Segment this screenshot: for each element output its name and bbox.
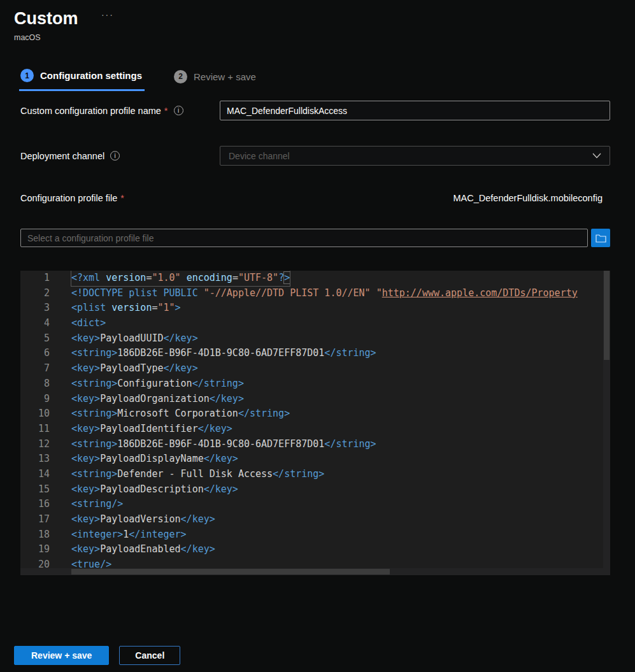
line-number: 18 — [20, 527, 50, 543]
line-code: <?xml version="1.0" encoding="UTF-8"?> — [71, 271, 290, 286]
line-code: <key>PayloadOrganization</key> — [71, 392, 244, 407]
editor-line[interactable]: 3<plist version="1"> — [20, 301, 610, 316]
line-code: <string>Microsoft Corporation</string> — [71, 406, 290, 422]
line-number: 19 — [20, 542, 50, 557]
line-number: 14 — [20, 467, 50, 482]
line-code: <string>Defender - Full Disk Access</str… — [71, 467, 324, 482]
deployment-channel-dropdown[interactable]: Device channel — [220, 146, 610, 166]
editor-line[interactable]: 4<dict> — [20, 316, 610, 331]
tab-review-save[interactable]: 2 Review + save — [173, 69, 259, 91]
tab-configuration-settings[interactable]: 1 Configuration settings — [19, 69, 145, 91]
platform-subtitle: macOS — [14, 33, 635, 42]
folder-icon — [596, 234, 606, 243]
required-asterisk: * — [120, 193, 124, 203]
line-code: <string>186DB26E-B96F-4D1B-9C80-6AD7EFF8… — [71, 346, 376, 361]
line-number: 16 — [20, 497, 50, 512]
line-number: 6 — [20, 346, 50, 361]
step-number-badge: 1 — [20, 69, 34, 82]
line-number: 10 — [20, 406, 50, 422]
step-label: Review + save — [194, 71, 256, 82]
label-text: Deployment channel — [20, 151, 104, 161]
review-save-button[interactable]: Review + save — [14, 646, 109, 665]
cancel-button[interactable]: Cancel — [119, 646, 180, 665]
editor-line[interactable]: 11<key>PayloadIdentifier</key> — [20, 422, 610, 437]
line-code: <dict> — [71, 316, 106, 331]
line-number: 1 — [20, 271, 50, 286]
line-number: 7 — [20, 361, 50, 376]
uploaded-filename: MAC_DefenderFulldisk.mobileconfig — [453, 193, 603, 203]
line-number: 5 — [20, 331, 50, 347]
profile-name-label: Custom configuration profile name * i — [20, 106, 220, 116]
vertical-scrollbar-thumb[interactable] — [604, 271, 610, 360]
line-code: <!DOCTYPE plist PUBLIC "-//Apple//DTD PL… — [71, 286, 578, 301]
editor-vertical-scrollbar[interactable] — [603, 271, 610, 575]
wizard-steps: 1 Configuration settings 2 Review + save — [19, 69, 635, 91]
line-number: 2 — [20, 286, 50, 301]
line-code: <integer>1</integer> — [71, 527, 187, 543]
editor-line[interactable]: 7<key>PayloadType</key> — [20, 361, 610, 376]
info-icon[interactable]: i — [174, 106, 183, 115]
line-code: <key>PayloadEnabled</key> — [71, 542, 215, 557]
editor-line[interactable]: 15<key>PayloadDescription</key> — [20, 482, 610, 497]
profile-file-row: Configuration profile file * MAC_Defende… — [20, 193, 610, 203]
editor-line[interactable]: 8<string>Configuration</string> — [20, 376, 610, 392]
editor-line[interactable]: 13<key>PayloadDisplayName</key> — [20, 452, 610, 467]
line-number: 11 — [20, 422, 50, 437]
line-code: <string/> — [71, 497, 123, 512]
file-picker-row — [20, 229, 610, 247]
editor-line[interactable]: 1<?xml version="1.0" encoding="UTF-8"?> — [20, 271, 610, 286]
line-code: <key>PayloadUUID</key> — [71, 331, 198, 347]
line-code: <string>186DB26E-B96F-4D1B-9C80-6AD7EFF8… — [71, 437, 376, 452]
code-editor[interactable]: 1<?xml version="1.0" encoding="UTF-8"?>2… — [20, 271, 610, 575]
line-code: <plist version="1"> — [71, 301, 181, 316]
editor-horizontal-scrollbar[interactable] — [20, 568, 610, 575]
info-icon[interactable]: i — [110, 151, 120, 161]
editor-line[interactable]: 16<string/> — [20, 497, 610, 512]
step-label: Configuration settings — [40, 70, 142, 81]
editor-line[interactable]: 12<string>186DB26E-B96F-4D1B-9C80-6AD7EF… — [20, 437, 610, 452]
editor-line[interactable]: 10<string>Microsoft Corporation</string> — [20, 406, 610, 422]
label-text: Custom configuration profile name — [20, 106, 161, 116]
line-number: 9 — [20, 392, 50, 407]
line-number: 3 — [20, 301, 50, 316]
horizontal-scrollbar-thumb[interactable] — [71, 569, 390, 575]
label-text: Configuration profile file — [20, 193, 117, 203]
line-number: 4 — [20, 316, 50, 331]
line-number: 15 — [20, 482, 50, 497]
line-number: 12 — [20, 437, 50, 452]
chevron-down-icon — [592, 153, 601, 159]
line-number: 17 — [20, 512, 50, 527]
editor-line[interactable]: 6<string>186DB26E-B96F-4D1B-9C80-6AD7EFF… — [20, 346, 610, 361]
profile-name-row: Custom configuration profile name * i — [20, 101, 610, 120]
editor-line[interactable]: 17<key>PayloadVersion</key> — [20, 512, 610, 527]
line-code: <key>PayloadDisplayName</key> — [71, 452, 238, 467]
more-options-button[interactable]: ··· — [101, 10, 114, 20]
required-asterisk: * — [164, 106, 168, 116]
profile-file-label: Configuration profile file * — [20, 193, 220, 203]
code-editor-lines: 1<?xml version="1.0" encoding="UTF-8"?>2… — [20, 271, 610, 573]
deployment-channel-label: Deployment channel i — [20, 151, 220, 161]
editor-line[interactable]: 18<integer>1</integer> — [20, 527, 610, 543]
dropdown-placeholder: Device channel — [229, 151, 290, 161]
editor-line[interactable]: 19<key>PayloadEnabled</key> — [20, 542, 610, 557]
line-number: 8 — [20, 376, 50, 392]
page-header: Custom ··· macOS — [0, 0, 635, 42]
editor-line[interactable]: 2<!DOCTYPE plist PUBLIC "-//Apple//DTD P… — [20, 286, 610, 301]
page-title: Custom — [14, 9, 78, 29]
line-code: <key>PayloadIdentifier</key> — [71, 422, 232, 437]
deployment-channel-row: Deployment channel i Device channel — [20, 146, 610, 166]
step-number-badge: 2 — [174, 70, 187, 83]
browse-file-button[interactable] — [591, 229, 610, 247]
line-number: 13 — [20, 452, 50, 467]
editor-line[interactable]: 9<key>PayloadOrganization</key> — [20, 392, 610, 407]
file-select-input[interactable] — [20, 229, 588, 247]
editor-line[interactable]: 5<key>PayloadUUID</key> — [20, 331, 610, 347]
profile-name-input[interactable] — [220, 101, 610, 120]
custom-profile-page: Custom ··· macOS 1 Configuration setting… — [0, 0, 635, 665]
line-code: <key>PayloadVersion</key> — [71, 512, 215, 527]
line-code: <key>PayloadType</key> — [71, 361, 198, 376]
line-code: <key>PayloadDescription</key> — [71, 482, 238, 497]
line-code: <string>Configuration</string> — [71, 376, 244, 392]
footer-actions: Review + save Cancel — [14, 646, 635, 665]
editor-line[interactable]: 14<string>Defender - Full Disk Access</s… — [20, 467, 610, 482]
